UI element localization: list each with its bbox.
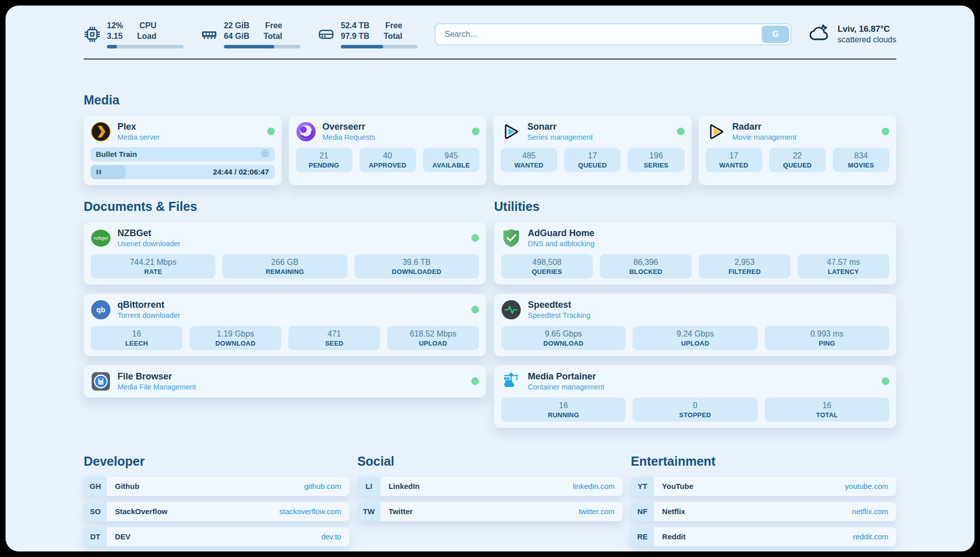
- stat-label: SERIES: [630, 161, 682, 169]
- stat-stopped: 0 STOPPED: [633, 398, 757, 422]
- link-name: LinkedIn: [389, 482, 420, 490]
- cpu-label-2: Load: [137, 31, 156, 42]
- link-netflix[interactable]: NF Netflix netflix.com: [631, 502, 896, 521]
- stat-label: TOTAL: [767, 411, 887, 419]
- svg-text:qb: qb: [96, 306, 105, 314]
- link-github[interactable]: GH Github github.com: [84, 477, 349, 496]
- cpu-label-1: CPU: [137, 21, 156, 31]
- stat-value: 9.65 Gbps: [503, 329, 624, 339]
- stat-value: 744.21 Mbps: [93, 258, 213, 267]
- stat-value: 498,508: [503, 258, 591, 267]
- section-title-developer: Developer: [84, 454, 349, 469]
- card-subtitle: Movie management: [732, 133, 797, 141]
- stat-downloaded: 39.6 TB DOWNLOADED: [354, 254, 479, 278]
- stat-value: 40: [361, 151, 414, 160]
- stat-value: 618.52 Mbps: [389, 329, 477, 339]
- link-url: reddit.com: [853, 532, 888, 541]
- section-title-media: Media: [84, 93, 896, 107]
- plex-icon: [91, 122, 111, 142]
- playback-progress[interactable]: 24:44 / 02:06:47: [91, 165, 275, 179]
- card-subtitle: DNS and adblocking: [528, 240, 594, 248]
- pause-icon[interactable]: [95, 169, 102, 176]
- card-subtitle: Media server: [117, 133, 160, 141]
- card-title: Media Portainer: [528, 371, 604, 382]
- stat-value: 16: [93, 329, 180, 339]
- link-name: YouTube: [662, 482, 693, 490]
- session-icon[interactable]: [261, 149, 270, 159]
- link-url: dev.to: [321, 532, 341, 541]
- link-url: github.com: [304, 482, 341, 490]
- stat-value: 1.19 Gbps: [192, 329, 279, 339]
- status-dot: [882, 377, 889, 385]
- card-title: NZBGet: [117, 228, 180, 239]
- card-nzbget[interactable]: nzbget NZBGet Usenet downloader 744.21 M…: [84, 222, 486, 285]
- search-engine-button[interactable]: G: [762, 26, 789, 43]
- card-title: Overseerr: [323, 122, 376, 132]
- card-adguard[interactable]: AdGuard Home DNS and adblocking 498,508 …: [494, 222, 896, 285]
- link-stackoverflow[interactable]: SO StackOverflow stackoverflow.com: [84, 502, 349, 521]
- link-abbr: SO: [84, 502, 107, 521]
- stat-label: WANTED: [708, 161, 760, 169]
- stat-value: 17: [566, 151, 619, 160]
- stat-label: STOPPED: [635, 411, 755, 419]
- link-url: stackoverflow.com: [279, 507, 341, 516]
- stat-queries: 498,508 QUERIES: [501, 254, 593, 278]
- stat-wanted: 17 WANTED: [706, 148, 762, 172]
- link-abbr: LI: [357, 477, 381, 496]
- cpu-stat: 12%3.15 CPULoad: [84, 21, 183, 48]
- link-reddit[interactable]: RE Reddit reddit.com: [631, 527, 896, 546]
- memory-value-1: 22 GiB: [224, 21, 250, 31]
- stat-queued: 22 QUEUED: [769, 148, 826, 172]
- stat-label: QUEUED: [566, 161, 619, 169]
- nzbget-icon: nzbget: [91, 228, 111, 248]
- filebrowser-icon: [91, 371, 111, 392]
- link-dev[interactable]: DT DEV dev.to: [84, 527, 349, 546]
- link-youtube[interactable]: YT YouTube youtube.com: [631, 477, 896, 496]
- stat-value: 485: [503, 151, 555, 160]
- card-plex[interactable]: Plex Media server Bullet Train 24:44: [84, 116, 282, 185]
- stat-rate: 744.21 Mbps RATE: [91, 254, 215, 278]
- stat-value: 16: [503, 401, 624, 410]
- link-url: netflix.com: [852, 507, 888, 516]
- card-subtitle: Usenet downloader: [117, 240, 180, 248]
- stat-label: QUERIES: [503, 268, 591, 275]
- stat-label: QUEUED: [771, 161, 824, 169]
- search-input[interactable]: [435, 23, 791, 45]
- stat-label: UPLOAD: [389, 340, 477, 347]
- card-radarr[interactable]: Radarr Movie management 17 WANTED 22 QUE…: [699, 116, 897, 185]
- card-filebrowser[interactable]: File Browser Media File Management: [84, 365, 486, 398]
- card-title: File Browser: [117, 371, 196, 382]
- stat-download: 1.19 Gbps DOWNLOAD: [190, 326, 281, 350]
- stat-blocked: 86,396 BLOCKED: [600, 254, 692, 278]
- link-linkedin[interactable]: LI LinkedIn linkedin.com: [357, 477, 623, 496]
- memory-stat: 22 GiB64 GiB FreeTotal: [201, 21, 300, 48]
- status-dot: [267, 128, 275, 135]
- weather-widget[interactable]: Lviv, 16.87°C scattered clouds: [809, 22, 896, 46]
- status-dot: [471, 306, 479, 313]
- stat-label: BLOCKED: [602, 268, 690, 275]
- card-sonarr[interactable]: Sonarr Series management 485 WANTED 17 Q…: [494, 116, 692, 185]
- card-subtitle: Torrent downloader: [117, 311, 180, 319]
- status-dot: [472, 128, 479, 135]
- link-twitter[interactable]: TW Twitter twitter.com: [357, 502, 623, 521]
- link-url: linkedin.com: [573, 482, 615, 490]
- card-overseerr[interactable]: Overseerr Media Requests 21 PENDING 40 A…: [289, 116, 487, 185]
- stat-label: RUNNING: [503, 411, 624, 419]
- card-speedtest[interactable]: Speedtest Speedtest Tracking 9.65 Gbps D…: [494, 294, 896, 356]
- memory-icon: [201, 26, 218, 43]
- stat-label: REMAINING: [224, 268, 345, 275]
- card-qbittorrent[interactable]: qb qBittorrent Torrent downloader 16 LEE…: [84, 294, 486, 356]
- memory-label-1: Free: [264, 21, 282, 31]
- link-name: Netflix: [662, 507, 685, 516]
- stat-value: 22: [771, 151, 824, 160]
- card-subtitle: Container management: [528, 383, 604, 391]
- memory-value-2: 64 GiB: [224, 31, 250, 42]
- stat-latency: 47.57 ms LATENCY: [798, 254, 889, 278]
- stat-value: 39.6 TB: [356, 258, 477, 267]
- now-playing-bar[interactable]: Bullet Train: [91, 147, 275, 161]
- card-subtitle: Media File Management: [117, 383, 196, 391]
- card-portainer[interactable]: Media Portainer Container management 16 …: [494, 365, 896, 428]
- disk-stat: 52.4 TB97.9 TB FreeTotal: [318, 21, 417, 48]
- stat-value: 47.57 ms: [800, 258, 887, 267]
- disk-value-2: 97.9 TB: [341, 31, 370, 42]
